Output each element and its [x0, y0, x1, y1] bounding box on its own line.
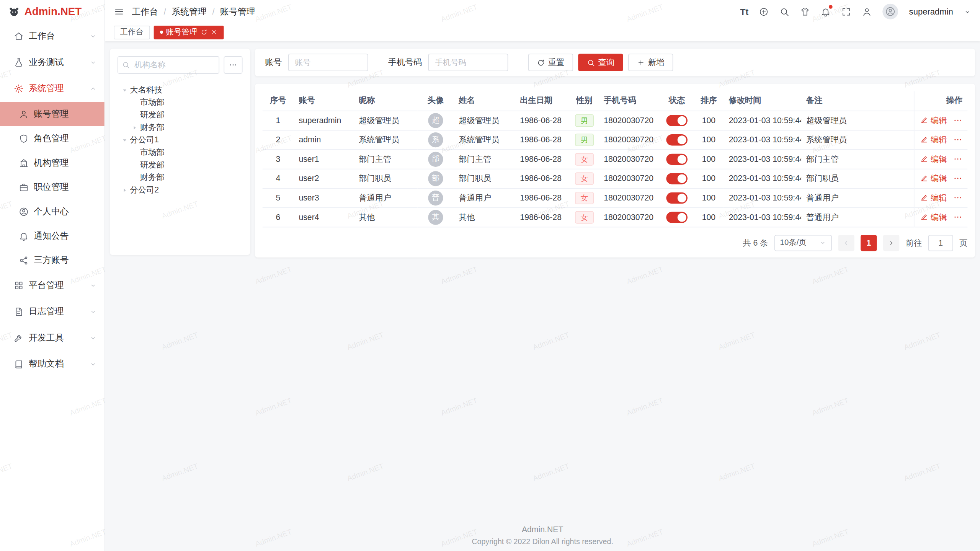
edit-button[interactable]: 编辑	[920, 134, 947, 145]
sidebar-item-third-party-account[interactable]: 三方账号	[0, 248, 105, 272]
page-number-button[interactable]: 1	[861, 235, 877, 251]
tree-node[interactable]: 大名科技	[118, 84, 243, 96]
row-more-button[interactable]	[953, 174, 962, 183]
username[interactable]: superadmin	[909, 7, 953, 16]
prev-page-button[interactable]	[838, 235, 854, 251]
status-toggle[interactable]	[666, 192, 688, 203]
sidebar-item-business-test[interactable]: 业务测试	[0, 49, 105, 76]
row-avatar: 其	[428, 210, 443, 225]
cell-birth: 1986-06-28	[515, 149, 570, 169]
status-toggle[interactable]	[666, 173, 688, 184]
tree-caret-icon[interactable]	[130, 124, 139, 131]
cell-remark: 普通用户	[801, 188, 914, 207]
tree-caret-icon[interactable]	[120, 137, 129, 143]
row-avatar: 系	[428, 132, 443, 147]
sidebar-item-label: 工作台	[29, 31, 55, 42]
sidebar-item-system-mgmt[interactable]: 系统管理	[0, 76, 105, 102]
tree-node[interactable]: 财务部	[118, 121, 243, 134]
account-input[interactable]	[288, 54, 368, 71]
table-row: 2admin系统管理员系系统管理员1986-06-28男180200307201…	[263, 130, 968, 150]
sidebar-item-notice[interactable]: 通知公告	[0, 223, 105, 248]
breadcrumb-item[interactable]: 工作台	[132, 6, 158, 17]
goto-page-input[interactable]	[928, 235, 953, 251]
cell-op: 编辑	[914, 207, 967, 227]
next-page-button[interactable]	[883, 235, 899, 251]
status-toggle[interactable]	[666, 134, 688, 145]
user-avatar[interactable]	[883, 4, 898, 20]
circle-plus-icon[interactable]	[759, 7, 769, 16]
sidebar-item-role-mgmt[interactable]: 角色管理	[0, 126, 105, 151]
sidebar-item-personal-center[interactable]: 个人中心	[0, 199, 105, 224]
tree-caret-icon[interactable]	[120, 86, 129, 93]
row-more-button[interactable]	[953, 154, 962, 163]
close-icon[interactable]	[210, 29, 217, 36]
tree-node[interactable]: 分公司1	[118, 134, 243, 146]
tree-node[interactable]: 分公司2	[118, 184, 243, 196]
tree-node[interactable]: 财务部	[118, 171, 243, 184]
status-toggle[interactable]	[666, 115, 688, 126]
refresh-icon[interactable]	[200, 29, 207, 36]
notification-bell-icon[interactable]	[821, 7, 831, 16]
edit-button[interactable]: 编辑	[920, 192, 947, 203]
org-more-button[interactable]	[224, 56, 242, 74]
file-icon	[14, 307, 24, 317]
cell-birth: 1986-06-28	[515, 207, 570, 227]
status-toggle[interactable]	[666, 153, 688, 165]
tab-account-mgmt[interactable]: 账号管理	[154, 25, 224, 39]
cell-remark: 部门主管	[801, 149, 914, 169]
row-more-button[interactable]	[953, 116, 962, 125]
column-header-remark: 备注	[801, 91, 914, 111]
tree-node[interactable]: 市场部	[118, 96, 243, 109]
sidebar-item-log-mgmt[interactable]: 日志管理	[0, 298, 105, 325]
refresh-icon	[537, 59, 545, 67]
tree-caret-icon[interactable]	[120, 186, 129, 193]
sidebar-menu: 工作台业务测试系统管理账号管理角色管理机构管理职位管理个人中心通知公告三方账号平…	[0, 23, 105, 377]
row-more-button[interactable]	[953, 212, 962, 222]
brand-logo-icon	[8, 6, 20, 18]
row-more-button[interactable]	[953, 193, 962, 202]
cell-account: user3	[294, 188, 354, 207]
tree-node[interactable]: 市场部	[118, 146, 243, 159]
org-name-search-input[interactable]	[118, 56, 219, 74]
breadcrumb-item[interactable]: 系统管理	[172, 6, 206, 17]
search-icon[interactable]	[780, 7, 790, 16]
user-settings-icon[interactable]	[862, 7, 872, 16]
sidebar-item-workbench[interactable]: 工作台	[0, 23, 105, 49]
table-row: 5user3普通用户普普通用户1986-06-28女18020030720100…	[263, 188, 968, 207]
row-more-button[interactable]	[953, 135, 962, 144]
search-button[interactable]: 查询	[578, 54, 623, 71]
breadcrumb-item[interactable]: 账号管理	[220, 6, 255, 17]
sidebar-item-platform-mgmt[interactable]: 平台管理	[0, 272, 105, 299]
cell-op: 编辑	[914, 188, 967, 207]
hamburger-menu-icon[interactable]	[114, 6, 124, 17]
add-button[interactable]: 新增	[628, 54, 673, 71]
cell-sort: 100	[694, 149, 724, 169]
sidebar-item-account-mgmt[interactable]: 账号管理	[0, 102, 105, 126]
phone-input[interactable]	[428, 54, 508, 71]
status-toggle[interactable]	[666, 212, 688, 223]
fullscreen-icon[interactable]	[841, 7, 851, 16]
theme-icon[interactable]	[800, 7, 810, 16]
sidebar-item-dev-tools[interactable]: 开发工具	[0, 325, 105, 351]
edit-button[interactable]: 编辑	[920, 115, 947, 126]
edit-button[interactable]: 编辑	[920, 153, 947, 165]
tree-node-label: 财务部	[139, 172, 164, 183]
reset-button[interactable]: 重置	[528, 54, 573, 71]
brand-name: Admin.NET	[24, 5, 82, 18]
sidebar-item-position-mgmt[interactable]: 职位管理	[0, 175, 105, 199]
tree-node[interactable]: 研发部	[118, 159, 243, 171]
sidebar-item-label: 个人中心	[34, 206, 69, 217]
page-size-select[interactable]: 10条/页	[774, 235, 832, 251]
edit-button[interactable]: 编辑	[920, 212, 947, 223]
edit-button[interactable]: 编辑	[920, 173, 947, 184]
font-size-icon[interactable]: Tt	[740, 7, 748, 16]
home-icon	[14, 31, 24, 41]
brand-logo[interactable]: Admin.NET	[0, 0, 105, 23]
tab-workbench[interactable]: 工作台	[114, 25, 150, 39]
sidebar-item-label: 三方账号	[34, 254, 69, 266]
chevron-down-icon[interactable]	[964, 8, 972, 15]
tree-node[interactable]: 研发部	[118, 109, 243, 121]
sidebar-item-help-docs[interactable]: 帮助文档	[0, 351, 105, 378]
cell-nickname: 系统管理员	[354, 130, 418, 150]
sidebar-item-org-mgmt[interactable]: 机构管理	[0, 150, 105, 175]
